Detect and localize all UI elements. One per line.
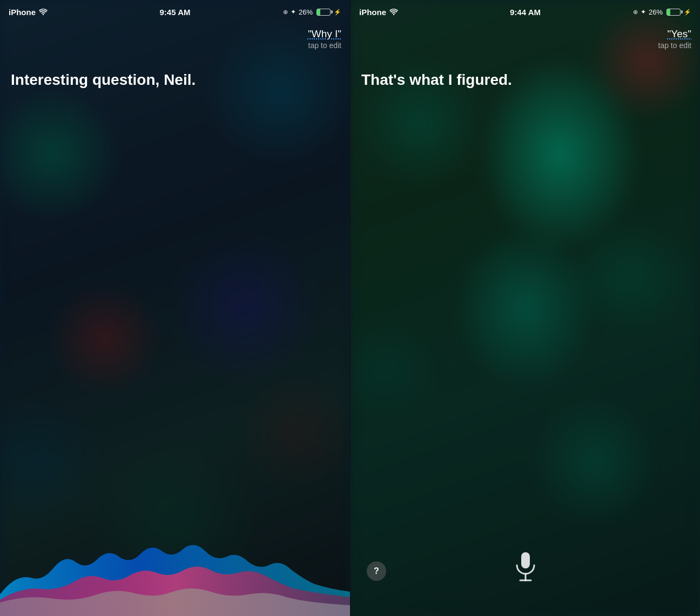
svg-point-1 [393, 14, 394, 15]
question-icon: ? [374, 566, 379, 576]
left-query-text[interactable]: "Why I" [308, 28, 341, 40]
left-response-text: Interesting question, Neil. [11, 71, 196, 88]
left-carrier-label: iPhone [9, 8, 36, 17]
right-carrier-label: iPhone [359, 8, 386, 17]
left-lock-icon: ⊕ [283, 9, 288, 16]
left-status-bar: iPhone 9:45 AM ⊕ ✦ 26% ⚡ [0, 0, 350, 24]
left-battery-fill [317, 9, 320, 15]
right-time: 9:44 AM [510, 8, 541, 17]
right-battery-icon [667, 9, 681, 16]
right-battery-pct: 26% [649, 8, 663, 16]
right-query-text[interactable]: "Yes" [658, 28, 692, 40]
left-siri-waveform [0, 540, 350, 616]
left-siri-response: Interesting question, Neil. [11, 70, 339, 90]
left-background [0, 0, 350, 616]
right-battery-fill [667, 9, 670, 15]
left-carrier: iPhone [9, 8, 48, 17]
right-wifi-icon [389, 9, 398, 15]
right-background [351, 0, 700, 616]
right-bolt-icon: ⚡ [684, 9, 691, 16]
right-siri-response: That's what I figured. [361, 70, 689, 90]
question-button[interactable]: ? [367, 561, 386, 581]
left-time: 9:45 AM [160, 8, 191, 17]
left-bt-icon: ✦ [291, 8, 296, 16]
left-wifi-icon [39, 9, 48, 15]
right-carrier: iPhone [359, 8, 398, 17]
right-response-text: That's what I figured. [361, 71, 512, 88]
left-battery-pct: 26% [299, 8, 313, 16]
right-query-area[interactable]: "Yes" tap to edit [658, 28, 692, 50]
right-status-bar: iPhone 9:44 AM ⊕ ✦ 26% ⚡ [351, 0, 700, 24]
svg-rect-2 [521, 552, 530, 568]
left-battery-icon [317, 9, 331, 16]
left-status-right: ⊕ ✦ 26% ⚡ [283, 8, 341, 16]
svg-point-0 [43, 14, 44, 15]
mic-button[interactable] [514, 551, 537, 584]
right-phone-screen: iPhone 9:44 AM ⊕ ✦ 26% ⚡ "Yes" tap to ed… [350, 0, 700, 616]
left-query-area[interactable]: "Why I" tap to edit [308, 28, 341, 50]
right-lock-icon: ⊕ [633, 9, 638, 16]
microphone-icon [514, 551, 537, 584]
left-bolt-icon: ⚡ [334, 9, 341, 16]
left-tap-to-edit[interactable]: tap to edit [308, 41, 341, 50]
right-status-right: ⊕ ✦ 26% ⚡ [633, 8, 691, 16]
left-phone-screen: iPhone 9:45 AM ⊕ ✦ 26% ⚡ "Why I" tap to … [0, 0, 350, 616]
right-tap-to-edit[interactable]: tap to edit [658, 41, 692, 50]
right-bt-icon: ✦ [641, 8, 646, 16]
